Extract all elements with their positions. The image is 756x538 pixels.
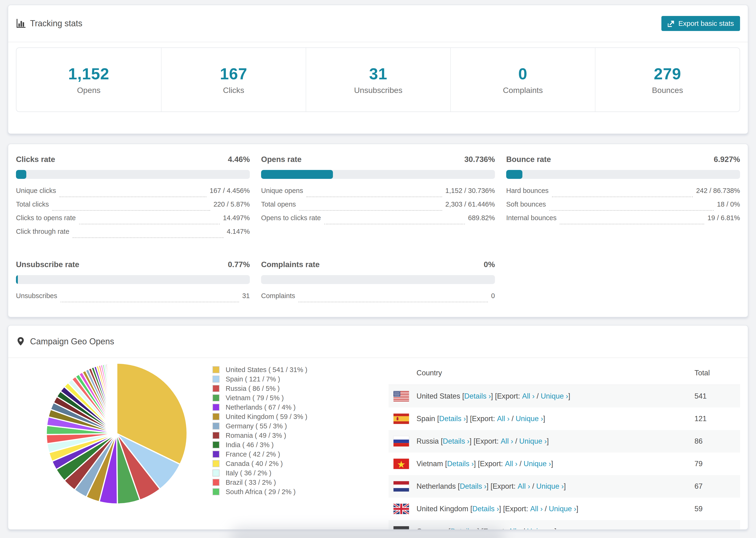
legend-item[interactable]: South Africa ( 29 / 2% )	[212, 487, 307, 497]
rate-progress-bar	[261, 170, 495, 179]
country-name: Spain	[416, 414, 435, 423]
rate-progress-bar	[16, 275, 250, 284]
slash: /	[513, 437, 519, 446]
country-name: Netherlands	[416, 482, 456, 491]
table-row: Netherlands [Details ›] [Export: All › /…	[389, 475, 740, 498]
metric-row: Click through rate4.147%	[16, 228, 250, 241]
tracking-stats-card: Tracking stats Export basic stats 1,152O…	[8, 5, 748, 134]
legend-item[interactable]: Russia ( 86 / 5% )	[212, 384, 307, 393]
export-unique-link[interactable]: Unique ›	[549, 505, 576, 513]
rate-value: 4.46%	[228, 155, 250, 164]
rate-block-complaints: Complaints rate0%Complaints0	[261, 260, 495, 306]
country-cell: Germany [Details ›] [Export: All › / Uni…	[389, 526, 694, 530]
slash: /	[530, 482, 536, 491]
metric-value: 0	[491, 292, 495, 300]
metric-value: 689.82%	[468, 214, 495, 222]
legend-item[interactable]: Canada ( 40 / 2% )	[212, 459, 307, 468]
export-unique-link[interactable]: Unique ›	[541, 392, 568, 401]
export-all-link[interactable]: All ›	[501, 437, 513, 446]
country-column-header: Country	[389, 369, 694, 377]
legend-item[interactable]: Romania ( 49 / 3% )	[212, 431, 307, 440]
metric-row: Unique opens1,152 / 30.736%	[261, 187, 495, 200]
details-link[interactable]: Details ›	[464, 392, 491, 401]
rate-value: 0%	[484, 260, 495, 269]
export-unique-link[interactable]: Unique ›	[519, 437, 547, 446]
metric-row: Hard bounces242 / 86.738%	[506, 187, 740, 200]
export-unique-link[interactable]: Unique ›	[527, 527, 554, 530]
country-cell: United States [Details ›] [Export: All ›…	[389, 391, 694, 402]
metric-label: Total clicks	[16, 200, 49, 208]
metric-label: Clicks to opens rate	[16, 214, 76, 222]
geo-content: United States ( 541 / 31% )Spain ( 121 /…	[8, 358, 748, 530]
details-link[interactable]: Details ›	[439, 414, 466, 423]
legend-item[interactable]: Germany ( 55 / 3% )	[212, 421, 307, 431]
export-all-link[interactable]: All ›	[497, 414, 510, 423]
metric-row: Unsubscribes31	[16, 292, 250, 306]
metric-value: 18 / 0%	[717, 200, 740, 208]
metric-row: Unique clicks167 / 4.456%	[16, 187, 250, 200]
bracket: ]	[564, 482, 566, 491]
legend-item[interactable]: United States ( 541 / 31% )	[212, 365, 307, 374]
metric-row: Clicks to opens rate14.497%	[16, 214, 250, 228]
export-all-link[interactable]: All ›	[530, 505, 543, 513]
rate-title: Complaints rate	[261, 260, 320, 269]
legend-label: United States ( 541 / 31% )	[226, 366, 307, 374]
legend-item[interactable]: India ( 46 / 3% )	[212, 440, 307, 450]
legend-item[interactable]: France ( 42 / 2% )	[212, 450, 307, 459]
dotted-leader	[61, 301, 239, 302]
stat-cell-clicks: 167Clicks	[161, 48, 306, 112]
export-all-link[interactable]: All ›	[505, 459, 517, 468]
details-link[interactable]: Details ›	[443, 437, 469, 446]
legend-swatch	[212, 385, 220, 392]
metric-label: Soft bounces	[506, 200, 546, 208]
metric-row: Internal bounces19 / 6.81%	[506, 214, 740, 228]
legend-swatch	[212, 469, 220, 476]
bracket: [	[439, 437, 443, 446]
stat-value: 279	[654, 65, 681, 83]
bracket: ]	[547, 437, 549, 446]
dotted-leader	[549, 210, 714, 211]
country-cell: Spain [Details ›] [Export: All › / Uniqu…	[389, 413, 694, 424]
details-link[interactable]: Details ›	[447, 459, 474, 468]
page-title: Tracking stats	[30, 19, 82, 28]
legend-label: Russia ( 86 / 5% )	[226, 385, 280, 393]
legend-swatch	[212, 488, 220, 495]
metric-label: Total opens	[261, 200, 296, 208]
legend-item[interactable]: Vietnam ( 79 / 5% )	[212, 393, 307, 403]
de-flag-icon	[394, 526, 409, 530]
tracking-stats-header: Tracking stats Export basic stats	[8, 5, 748, 42]
details-link[interactable]: Details ›	[451, 527, 477, 530]
legend-item[interactable]: Italy ( 36 / 2% )	[212, 468, 307, 478]
legend-label: United Kingdom ( 59 / 3% )	[226, 413, 307, 421]
export-all-link[interactable]: All ›	[508, 527, 521, 530]
details-link[interactable]: Details ›	[460, 482, 486, 491]
dotted-leader	[306, 196, 442, 197]
metric-label: Opens to clicks rate	[261, 214, 321, 222]
rates-grid: Clicks rate4.46%Unique clicks167 / 4.456…	[16, 155, 740, 306]
geo-table-header: Country Total	[389, 361, 740, 385]
stat-value: 0	[518, 65, 527, 83]
es-flag-icon	[394, 413, 409, 424]
metric-row: Complaints0	[261, 292, 495, 306]
dotted-leader	[560, 224, 704, 224]
export-all-link[interactable]: All ›	[522, 392, 535, 401]
bracket: [	[443, 459, 447, 468]
export-basic-stats-button[interactable]: Export basic stats	[661, 16, 740, 31]
metric-value: 4.147%	[227, 228, 250, 236]
legend-item[interactable]: Spain ( 121 / 7% )	[212, 374, 307, 384]
export-all-link[interactable]: All ›	[518, 482, 530, 491]
country-name: Vietnam	[416, 459, 443, 468]
geo-table: Country Total United States [Details ›] …	[389, 361, 740, 530]
rate-title: Bounce rate	[506, 155, 551, 164]
table-row: United States [Details ›] [Export: All ›…	[389, 385, 740, 407]
table-row: Spain [Details ›] [Export: All › / Uniqu…	[389, 407, 740, 430]
details-link[interactable]: Details ›	[472, 505, 499, 513]
legend-item[interactable]: United Kingdom ( 59 / 3% )	[212, 412, 307, 421]
legend-item[interactable]: Brazil ( 33 / 2% )	[212, 478, 307, 487]
export-unique-link[interactable]: Unique ›	[523, 459, 551, 468]
export-unique-link[interactable]: Unique ›	[536, 482, 564, 491]
metric-row: Soft bounces18 / 0%	[506, 200, 740, 214]
legend-item[interactable]: Netherlands ( 67 / 4% )	[212, 403, 307, 412]
metric-row: Total clicks220 / 5.87%	[16, 200, 250, 214]
export-unique-link[interactable]: Unique ›	[515, 414, 543, 423]
